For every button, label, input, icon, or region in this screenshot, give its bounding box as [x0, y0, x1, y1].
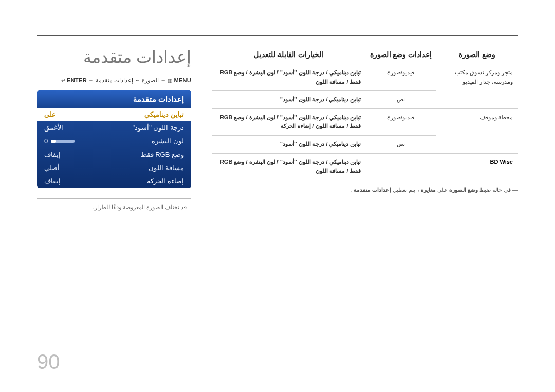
- osd-value: أصلي: [44, 164, 60, 172]
- osd-row-rgb-only[interactable]: وضع RGB فقط إيقاف: [37, 148, 191, 161]
- cell-settings: [366, 153, 436, 180]
- osd-row-flesh-tone[interactable]: لون البشرة 0: [37, 135, 191, 148]
- cell-options: تباين ديناميكي / درجة اللون "أسود": [212, 91, 366, 109]
- th-settings: إعدادات وضع الصورة: [366, 47, 436, 64]
- cell-options: تباين ديناميكي / درجة اللون "أسود" / لون…: [212, 108, 366, 135]
- cell-mode: محطة وموقف: [436, 108, 518, 153]
- arrow-icon: ←: [135, 77, 140, 83]
- th-options: الخيارات القابلة للتعديل: [212, 47, 366, 64]
- page-title: إعدادات متقدمة: [37, 47, 191, 67]
- options-table: وضع الصورة إعدادات وضع الصورة الخيارات ا…: [212, 47, 518, 180]
- osd-value: إيقاف: [44, 177, 61, 185]
- crumb-advanced: إعدادات متقدمة: [96, 77, 133, 83]
- cell-options: تباين ديناميكي / درجة اللون "أسود" / لون…: [212, 153, 366, 180]
- osd-row-color-space[interactable]: مسافة اللون أصلي: [37, 161, 191, 175]
- osd-label: درجة اللون "أسود": [133, 124, 184, 132]
- cell-bdwise: BD Wise: [436, 153, 518, 180]
- slider-track[interactable]: [51, 140, 75, 143]
- osd-value: إيقاف: [44, 151, 61, 158]
- osd-row-black-tone[interactable]: درجة اللون "أسود" الأغمق: [37, 121, 191, 135]
- enter-icon: ↵: [61, 78, 65, 83]
- menu-label: MENU: [174, 77, 191, 83]
- table-row: متجر ومركز تسوق مكتب ومدرسة، جدار الفيدي…: [212, 64, 518, 91]
- osd-title: إعدادات متقدمة: [37, 90, 191, 108]
- model-note: – قد تختلف الصورة المعروضة وفقًا للطراز.: [37, 204, 191, 211]
- cell-settings: فيديو/صورة: [366, 64, 436, 91]
- crumb-picture: الصورة: [142, 77, 159, 83]
- breadcrumb: MENU ▥ ← الصورة ← إعدادات متقدمة ← ENTER…: [37, 76, 191, 85]
- osd-label: تباين ديناميكي: [144, 110, 184, 118]
- osd-label: وضع RGB فقط: [141, 151, 184, 158]
- cell-options: تباين ديناميكي / درجة اللون "أسود": [212, 135, 366, 153]
- arrow-icon: ←: [160, 77, 166, 83]
- osd-row-motion-lighting[interactable]: إضاءة الحركة إيقاف: [37, 175, 191, 188]
- cell-settings: نص: [366, 91, 436, 109]
- osd-slider[interactable]: 0: [44, 137, 75, 145]
- arrow-icon: ←: [88, 77, 94, 83]
- menu-icon: ▥: [168, 78, 172, 83]
- dash: ―: [511, 186, 518, 193]
- cell-mode: متجر ومركز تسوق مكتب ومدرسة، جدار الفيدي…: [436, 64, 518, 109]
- osd-value: 0: [44, 137, 48, 145]
- cell-options: تباين ديناميكي / درجة اللون "أسود" / لون…: [212, 64, 366, 91]
- table-row: محطة وموقف فيديو/صورة تباين ديناميكي / د…: [212, 108, 518, 135]
- top-rule: [37, 35, 518, 36]
- th-mode: وضع الصورة: [436, 47, 518, 64]
- divider: [37, 198, 191, 199]
- cell-settings: نص: [366, 135, 436, 153]
- enter-label: ENTER: [67, 77, 87, 83]
- table-row: BD Wise تباين ديناميكي / درجة اللون "أسو…: [212, 153, 518, 180]
- cell-settings: فيديو/صورة: [366, 108, 436, 135]
- osd-value: على: [44, 110, 56, 118]
- osd-value: الأغمق: [44, 124, 63, 132]
- osd-label: إضاءة الحركة: [147, 177, 184, 185]
- osd-label: لون البشرة: [152, 137, 184, 145]
- caption: ― في حالة ضبط وضع الصورة على معايرة ، يت…: [212, 185, 518, 195]
- table-header-row: وضع الصورة إعدادات وضع الصورة الخيارات ا…: [212, 47, 518, 64]
- osd-row-dynamic-contrast[interactable]: تباين ديناميكي على: [37, 108, 191, 121]
- osd-panel: إعدادات متقدمة تباين ديناميكي على درجة ا…: [37, 90, 191, 188]
- page-number: 90: [37, 350, 60, 374]
- osd-label: مسافة اللون: [149, 164, 184, 172]
